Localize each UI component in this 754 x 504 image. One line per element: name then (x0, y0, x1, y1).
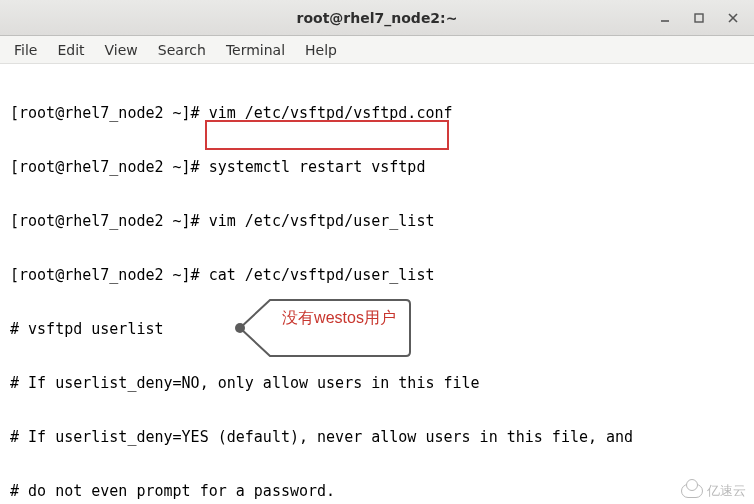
terminal-line: [root@rhel7_node2 ~]# cat /etc/vsftpd/us… (10, 266, 744, 284)
terminal-line: # If userlist_deny=NO, only allow users … (10, 374, 744, 392)
terminal-line: # If userlist_deny=YES (default), never … (10, 428, 744, 446)
menu-view[interactable]: View (95, 36, 148, 63)
menubar: File Edit View Search Terminal Help (0, 36, 754, 64)
menu-help[interactable]: Help (295, 36, 347, 63)
menu-edit[interactable]: Edit (47, 36, 94, 63)
svg-rect-1 (695, 14, 703, 22)
terminal-line: [root@rhel7_node2 ~]# systemctl restart … (10, 158, 744, 176)
terminal-line: # vsftpd userlist (10, 320, 744, 338)
terminal-line: # do not even prompt for a password. (10, 482, 744, 500)
menu-file[interactable]: File (4, 36, 47, 63)
maximize-button[interactable] (682, 4, 716, 32)
window-controls (648, 0, 750, 36)
minimize-button[interactable] (648, 4, 682, 32)
menu-search[interactable]: Search (148, 36, 216, 63)
terminal-line: [root@rhel7_node2 ~]# vim /etc/vsftpd/us… (10, 212, 744, 230)
menu-terminal[interactable]: Terminal (216, 36, 295, 63)
terminal-area[interactable]: [root@rhel7_node2 ~]# vim /etc/vsftpd/vs… (0, 64, 754, 504)
window-title: root@rhel7_node2:~ (0, 10, 754, 26)
titlebar: root@rhel7_node2:~ (0, 0, 754, 36)
close-button[interactable] (716, 4, 750, 32)
terminal-line: [root@rhel7_node2 ~]# vim /etc/vsftpd/vs… (10, 104, 744, 122)
